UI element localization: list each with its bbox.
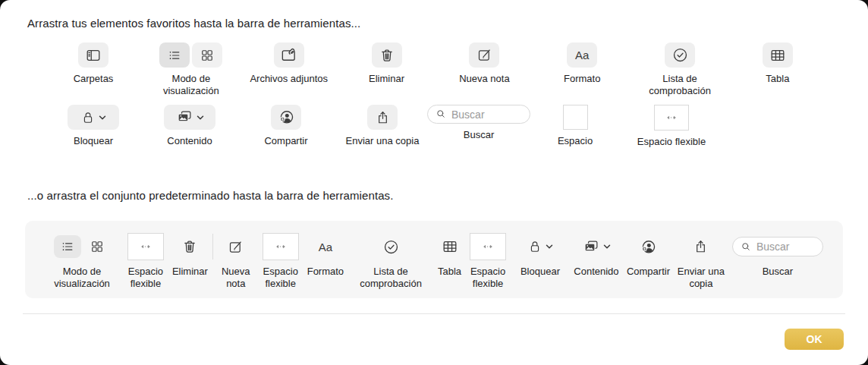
lock-tile [514,234,566,260]
toolbar-item-lista-de-comprobacion[interactable]: Lista de comprobación [635,42,725,98]
lock-tile [68,105,119,130]
customize-toolbar-sheet: Arrastra tus elementos favoritos hasta l… [0,0,868,365]
toolbar-item-tabla[interactable]: Tabla [438,231,461,278]
share-person-tile [271,105,301,130]
toolbar-item-modo-de-visualizacion[interactable]: Modo de visualización [45,231,119,291]
flexible-space-box-icon [654,105,689,131]
trash-tile [372,42,402,68]
flexible-space-box-icon [263,233,299,260]
toolbar-item-label: Formato [307,266,344,278]
toolbar-item-label: Tabla [766,73,789,85]
checklist-icon [382,238,400,256]
toolbar-item-tabla[interactable]: Tabla [733,42,822,98]
compose-tile [228,234,244,260]
toolbar-item-contenido[interactable]: Contenido [145,105,234,148]
search-input[interactable]: Buscar [732,237,823,256]
toolbar-item-label: Tabla [438,266,461,278]
flexible-space-box-icon [470,233,506,260]
toolbar-item-label: Formato [564,73,600,85]
list-view-icon [167,48,182,63]
toolbar-item-label: Modo de visualización [152,73,231,98]
checklist-icon [671,46,689,64]
export-tile [693,234,709,260]
toolbar-item-bloquear[interactable]: Bloquear [49,105,138,148]
toolbar-item-buscar[interactable]: BuscarBuscar [434,105,524,148]
toolbar-item-modo-de-visualizacion[interactable]: Modo de visualización [146,42,236,98]
flex-space-icon [476,238,499,255]
flexible-space-box-icon [127,233,164,260]
share-person-icon [278,109,295,126]
toolbar-item-label: Compartir [264,135,307,147]
attachments-tile [274,42,304,68]
toolbar-item-label: Espacio [558,135,593,147]
share-person-icon [640,238,657,256]
toolbar-item-label: Bloquear [74,135,113,147]
toolbar-item-espacio[interactable]: Espacio [530,105,620,148]
toolbar-item-espacio-flexible[interactable]: Espacio flexible [627,105,716,148]
toolbar-item-label: Nueva nota [459,73,510,85]
export-icon [375,109,391,126]
toolbar-item-buscar[interactable]: BuscarBuscar [732,231,823,278]
toolbar-item-bloquear[interactable]: Bloquear [514,231,566,278]
favorites-row-2: BloquearContenidoCompartirEnviar una cop… [49,105,716,148]
grid-view-segment[interactable] [192,42,222,68]
grid-view-icon [200,48,215,63]
toolbar-item-compartir[interactable]: Compartir [241,105,331,148]
toolbar-item-label: Eliminar [369,73,404,85]
view-mode-segmented-control [159,42,222,68]
list-view-icon [60,239,75,254]
toolbar-item-espacio-flexible[interactable]: Espacio flexible [124,231,168,291]
toolbar-item-enviar-una-copia[interactable]: Enviar una copia [338,105,427,148]
media-icon [582,239,600,255]
toolbar-item-formato[interactable]: AaFormato [307,231,344,278]
toolbar-item-contenido[interactable]: Contenido [571,231,622,278]
favorites-row-1: Carpetas Modo de visualizaciónArchivos a… [49,42,822,98]
checklist-tile [665,42,695,68]
toolbar-item-label: Contenido [167,135,212,147]
toolbar-item-label: Enviar una copia [346,135,420,147]
toolbar-item-lista-de-comprobacion[interactable]: Lista de comprobación [348,231,433,291]
table-tile [442,234,458,260]
table-tile [763,42,793,68]
attachments-icon [280,46,297,64]
toolbar-item-nueva-nota[interactable]: Nueva nota [218,231,254,291]
list-view-segment[interactable] [54,235,81,258]
chevron-down-icon [603,244,611,250]
sidebar-tile [78,42,108,68]
default-set-instruction: ...o arrastra el conjunto predeterminado… [27,189,393,202]
toolbar-item-label: Carpetas [74,73,114,85]
search-input[interactable]: Buscar [427,105,530,124]
list-view-segment[interactable] [159,42,190,68]
toolbar-item-eliminar[interactable]: Eliminar [342,42,432,98]
toolbar-item-nueva-nota[interactable]: Nueva nota [439,42,529,98]
search-icon [741,241,752,253]
toolbar-item-label: Espacio flexible [637,136,706,148]
grid-view-icon [90,239,105,254]
toolbar-item-formato[interactable]: AaFormato [537,42,627,98]
toolbar-item-eliminar[interactable]: Eliminar [172,231,208,278]
format-icon: Aa [319,241,332,253]
ok-button[interactable]: OK [785,329,844,350]
grid-view-segment[interactable] [83,235,111,258]
toolbar-item-label: Buscar [464,129,494,141]
toolbar-item-label: Espacio flexible [466,266,510,291]
toolbar-item-carpetas[interactable]: Carpetas [49,42,138,98]
toolbar-item-label: Archivos adjuntos [250,73,328,85]
toolbar-item-archivos-adjuntos[interactable]: Archivos adjuntos [244,42,334,98]
chevron-down-icon [197,115,204,121]
toolbar-item-enviar-una-copia[interactable]: Enviar una copia [675,231,728,291]
space-separator [212,234,213,260]
table-icon [442,238,458,255]
toolbar-item-compartir[interactable]: Compartir [627,231,670,278]
share-person-tile [640,234,657,260]
favorites-instruction: Arrastra tus elementos favoritos hasta l… [27,17,360,30]
trash-icon [181,238,198,255]
toolbar-item-label: Buscar [763,266,793,278]
media-tile [571,234,622,260]
toolbar-item-espacio-flexible[interactable]: Espacio flexible [259,231,303,291]
trash-tile [181,234,198,260]
flex-space-icon [660,109,683,126]
flex-space-icon [269,238,292,255]
toolbar-item-espacio-flexible[interactable]: Espacio flexible [466,231,510,291]
toolbar-item-label: Espacio flexible [259,266,303,291]
